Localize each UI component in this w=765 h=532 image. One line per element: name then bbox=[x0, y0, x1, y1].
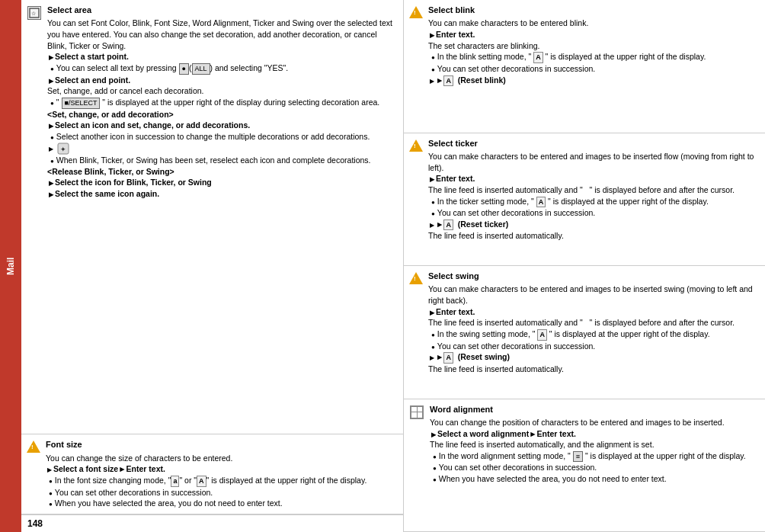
select-area-body: Select area You can set Font Color, Blin… bbox=[47, 5, 399, 200]
grid-icon bbox=[410, 405, 424, 419]
large-font-icon: A bbox=[197, 476, 206, 487]
all-button: ● bbox=[179, 63, 189, 75]
small-font-icon: a bbox=[171, 476, 179, 487]
swing-text2: The line feed is inserted automatically … bbox=[428, 317, 760, 328]
select-area-bullet2: " ■/SELECT " is displayed at the upper r… bbox=[47, 97, 399, 109]
word-alignment-icon bbox=[408, 404, 425, 421]
ticker-bullet2: You can set other decorations in success… bbox=[428, 207, 760, 219]
alignment-step1: Select a word alignment►Enter text. bbox=[430, 428, 760, 440]
select-ticker-icon bbox=[408, 138, 424, 153]
select-ticker-body: Select ticker You can make characters to… bbox=[428, 138, 760, 242]
swing-step1: Enter text. bbox=[428, 306, 760, 318]
swing-bullet1: In the swing setting mode, " A " is disp… bbox=[428, 328, 760, 341]
word-alignment-title: Word alignment bbox=[430, 404, 760, 415]
font-size-body: Font size You can change the size of cha… bbox=[46, 439, 399, 509]
swing-text1: You can make characters to be entered an… bbox=[428, 284, 760, 306]
svg-text:☆: ☆ bbox=[31, 11, 36, 16]
select-area-step5: Select the icon for Blink, Ticker, or Sw… bbox=[47, 177, 399, 188]
warning-triangle-icon-blink bbox=[409, 6, 423, 18]
swing-bullet2: You can set other decorations in success… bbox=[428, 341, 760, 352]
blink-reset: ►A (Reset blink) bbox=[428, 75, 760, 87]
select-area-title: Select area bbox=[47, 5, 399, 16]
ticker-reset: ►A (Reset ticker) bbox=[428, 219, 760, 231]
select-area-bullet3: Select another icon in succession to cha… bbox=[47, 131, 399, 143]
ticker-text2: The line feed is inserted automatically … bbox=[428, 184, 760, 196]
select-swing-body: Select swing You can make characters to … bbox=[428, 271, 760, 375]
font-size-icon bbox=[26, 439, 41, 454]
select-blink-body: Select blink You can make characters to … bbox=[428, 5, 760, 86]
select-ticker-title: Select ticker bbox=[428, 138, 760, 149]
font-size-bullet1: In the font size changing mode, "a" or "… bbox=[46, 475, 399, 487]
font-size-section: Font size You can change the size of cha… bbox=[21, 434, 403, 514]
font-size-text1: You can change the size of characters to… bbox=[46, 453, 399, 464]
ticker-text1: You can make characters to be entered an… bbox=[428, 151, 760, 173]
sidebar-label: Mail bbox=[5, 257, 16, 274]
swing-text3: The line feed is inserted automatically. bbox=[428, 364, 760, 375]
font-size-step1: Select a font size►Enter text. bbox=[46, 463, 399, 475]
main-content: ☆ Select area You can set Font Color, Bl… bbox=[21, 0, 765, 532]
blink-bullet1: In the blink setting mode, " A " is disp… bbox=[428, 51, 760, 63]
select-area-step6: Select the same icon again. bbox=[47, 188, 399, 200]
ticker-text3: The line feed is inserted automatically. bbox=[428, 230, 760, 242]
select-area-step4: ✦ bbox=[47, 143, 399, 155]
ticker-reset-label: (Reset ticker) bbox=[458, 220, 509, 229]
ticker-reset-icon: A bbox=[443, 220, 453, 231]
select-ticker-section: Select ticker You can make characters to… bbox=[404, 133, 765, 267]
box-icon: ☆ bbox=[27, 6, 41, 20]
select-area-step1: Select a start point. bbox=[47, 51, 399, 62]
warning-triangle-icon bbox=[27, 441, 40, 453]
alignment-icon-inline: ≡ bbox=[573, 451, 583, 463]
alignment-text2: The line feed is inserted automatically,… bbox=[430, 439, 760, 450]
select-area-bullet4: When Blink, Ticker, or Swing has been se… bbox=[47, 155, 399, 166]
blink-bullet2: You can set other decorations in success… bbox=[428, 63, 760, 75]
content-area: ☆ Select area You can set Font Color, Bl… bbox=[21, 0, 765, 532]
swing-a-icon: A bbox=[537, 329, 547, 341]
swing-reset: ►A (Reset swing) bbox=[428, 351, 760, 364]
blink-step1: Enter text. bbox=[428, 29, 760, 40]
select-swing-section: Select swing You can make characters to … bbox=[404, 266, 765, 399]
select-area-icon: ☆ bbox=[26, 5, 43, 21]
alignment-bullet2: You can set other decorations in success… bbox=[430, 462, 760, 473]
warning-triangle-icon-swing bbox=[409, 272, 423, 284]
ticker-step1: Enter text. bbox=[428, 173, 760, 184]
select-blink-title: Select blink bbox=[428, 5, 760, 16]
left-column: ☆ Select area You can set Font Color, Bl… bbox=[21, 0, 404, 532]
select-area-step3: Select an icon and set, change, or add d… bbox=[47, 120, 399, 131]
alignment-bullet1: In the word alignment setting mode, " ≡ … bbox=[430, 450, 760, 463]
right-column: Select blink You can make characters to … bbox=[404, 0, 765, 532]
blink-text1: You can make characters to be entered bl… bbox=[428, 18, 760, 29]
blink-a-icon: A bbox=[533, 52, 543, 63]
ticker-bullet1: In the ticker setting mode, " A " is dis… bbox=[428, 196, 760, 208]
word-alignment-section: Word alignment You can change the positi… bbox=[404, 399, 765, 533]
svg-text:✦: ✦ bbox=[60, 146, 66, 153]
blink-text2: The set characters are blinking. bbox=[428, 40, 760, 52]
select-blink-icon bbox=[408, 5, 424, 20]
select-area-set-header: <Set, change, or add decoration> bbox=[47, 109, 399, 120]
select-area-release-header: <Release Blink, Ticker, or Swing> bbox=[47, 166, 399, 178]
select-area-text-1: You can set Font Color, Blink, Font Size… bbox=[47, 18, 399, 51]
select-area-section: ☆ Select area You can set Font Color, Bl… bbox=[21, 0, 403, 434]
blink-reset-label: (Reset blink) bbox=[458, 75, 506, 85]
font-size-bullet3: When you have selected the area, you do … bbox=[46, 498, 399, 509]
alignment-bullet3: When you have selected the area, you do … bbox=[430, 473, 760, 485]
select-swing-title: Select swing bbox=[428, 271, 760, 282]
font-size-bullet2: You can set other decorations in success… bbox=[46, 487, 399, 498]
swing-reset-label: (Reset swing) bbox=[458, 352, 510, 361]
ticker-a-icon: A bbox=[536, 197, 546, 208]
select-area-bullet1: You can select all text by pressing ●( A… bbox=[47, 62, 399, 75]
all-label: ALL bbox=[192, 63, 210, 75]
word-alignment-body: Word alignment You can change the positi… bbox=[430, 404, 760, 485]
select-blink-section: Select blink You can make characters to … bbox=[404, 0, 765, 133]
select-area-text2: Set, change, add or cancel each decorati… bbox=[47, 85, 399, 97]
warning-triangle-icon-ticker bbox=[409, 139, 423, 152]
blink-reset-icon: A bbox=[443, 75, 453, 87]
sidebar: Mail bbox=[0, 0, 21, 532]
alignment-text1: You can change the position of character… bbox=[430, 417, 760, 428]
font-size-title: Font size bbox=[46, 439, 399, 450]
swing-reset-icon: A bbox=[443, 352, 453, 364]
page-number: 148 bbox=[21, 514, 403, 532]
select-swing-icon bbox=[408, 271, 424, 286]
select-area-step2: Select an end point. bbox=[47, 75, 399, 86]
select-label: ■/SELECT bbox=[62, 98, 101, 109]
